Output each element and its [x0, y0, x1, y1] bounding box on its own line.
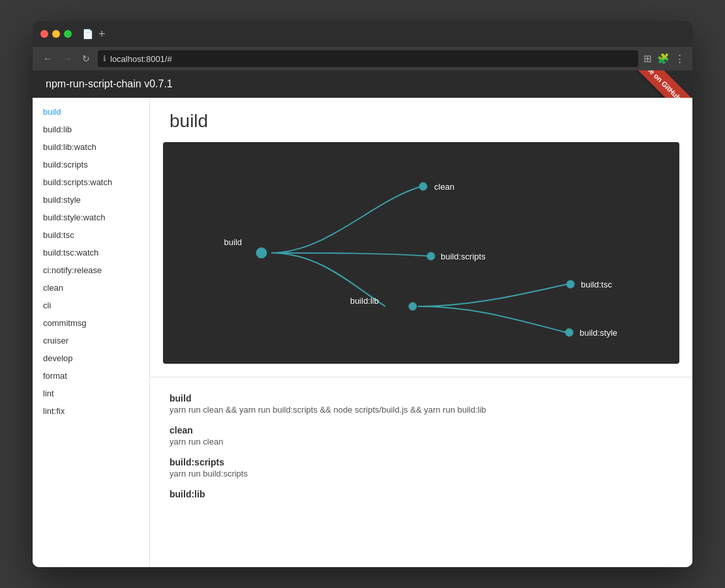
svg-point-8	[567, 280, 574, 288]
forward-button[interactable]: →	[60, 52, 74, 65]
dependency-graph: build clean build:scripts build:lib buil…	[163, 142, 679, 364]
detail-item-build: buildyarn run clean && yarn run build:sc…	[170, 393, 673, 415]
sidebar-item-format[interactable]: format	[33, 367, 149, 385]
translate-icon[interactable]: ⊞	[644, 53, 652, 65]
sidebar-item-build-scripts-watch[interactable]: build:scripts:watch	[33, 173, 149, 191]
sidebar-item-build-lib-watch[interactable]: build:lib:watch	[33, 138, 149, 156]
lock-icon: ℹ	[103, 54, 106, 63]
page-title-area: build	[150, 98, 692, 142]
detail-item-build-scripts: build:scriptsyarn run build:scripts	[170, 457, 673, 478]
main-layout: buildbuild:libbuild:lib:watchbuild:scrip…	[33, 98, 692, 567]
sidebar-item-build-lib[interactable]: build:lib	[33, 121, 149, 138]
detail-item-clean: cleanyarn run clean	[170, 425, 673, 447]
url-display: localhost:8001/#	[110, 54, 172, 64]
sidebar-item-lint-fix[interactable]: lint:fix	[33, 402, 149, 420]
address-input-container[interactable]: ℹ localhost:8001/#	[98, 50, 638, 67]
sidebar-item-cruiser[interactable]: cruiser	[33, 332, 149, 349]
sidebar-item-commitmsg[interactable]: commitmsg	[33, 314, 149, 332]
svg-text:build:scripts: build:scripts	[441, 252, 486, 261]
tab-area: 📄 +	[82, 27, 106, 41]
svg-text:build:tsc: build:tsc	[581, 280, 612, 289]
sidebar-item-build-scripts[interactable]: build:scripts	[33, 156, 149, 173]
maximize-button[interactable]	[64, 30, 72, 38]
detail-item-build-lib: build:lib	[170, 489, 673, 499]
detail-name: build:lib	[170, 489, 673, 499]
detail-name: build	[170, 393, 673, 404]
browser-window: 📄 + ← → ↻ ℹ localhost:8001/# ⊞ 🧩 ⋮ npm-r…	[33, 21, 692, 567]
svg-text:build: build	[224, 237, 242, 247]
sidebar: buildbuild:libbuild:lib:watchbuild:scrip…	[33, 98, 150, 567]
svg-point-0	[256, 248, 267, 258]
sidebar-item-build-style-watch[interactable]: build:style:watch	[33, 209, 149, 226]
graph-container[interactable]: build clean build:scripts build:lib buil…	[163, 142, 679, 364]
svg-point-10	[565, 329, 573, 336]
svg-text:build:style: build:style	[580, 328, 617, 338]
sidebar-item-build-tsc-watch[interactable]: build:tsc:watch	[33, 244, 149, 261]
detail-command: yarn run clean && yarn run build:scripts…	[170, 405, 673, 415]
fork-ribbon[interactable]: Fork me on GitHub	[609, 70, 692, 98]
details-area: buildyarn run clean && yarn run build:sc…	[150, 377, 692, 525]
toolbar-icons: ⊞ 🧩 ⋮	[644, 53, 685, 65]
address-bar: ← → ↻ ℹ localhost:8001/# ⊞ 🧩 ⋮	[33, 47, 692, 70]
app-header: npm-run-script-chain v0.7.1 Fork me on G…	[33, 70, 692, 98]
close-button[interactable]	[40, 30, 48, 38]
minimize-button[interactable]	[52, 30, 60, 38]
sidebar-item-ci-notify-release[interactable]: ci:notify:release	[33, 261, 149, 279]
extensions-icon[interactable]: 🧩	[657, 53, 670, 65]
reload-button[interactable]: ↻	[80, 52, 93, 65]
app-container: npm-run-script-chain v0.7.1 Fork me on G…	[33, 70, 692, 567]
sidebar-item-build-tsc[interactable]: build:tsc	[33, 226, 149, 244]
sidebar-item-lint[interactable]: lint	[33, 385, 149, 402]
menu-icon[interactable]: ⋮	[675, 53, 685, 65]
page-title: build	[170, 111, 673, 132]
content-area: build	[150, 98, 692, 567]
sidebar-item-develop[interactable]: develop	[33, 349, 149, 367]
svg-point-6	[409, 302, 417, 310]
detail-command: yarn run clean	[170, 437, 673, 447]
traffic-lights	[40, 30, 72, 38]
svg-point-2	[419, 183, 427, 190]
svg-point-4	[427, 252, 435, 260]
back-button[interactable]: ←	[40, 52, 55, 65]
new-tab-button[interactable]: +	[98, 27, 106, 41]
sidebar-item-clean[interactable]: clean	[33, 279, 149, 297]
title-bar: 📄 +	[33, 21, 692, 47]
detail-name: clean	[170, 425, 673, 435]
sidebar-item-build-style[interactable]: build:style	[33, 191, 149, 209]
sidebar-item-build[interactable]: build	[33, 103, 149, 121]
app-title: npm-run-script-chain v0.7.1	[46, 78, 173, 89]
tab-doc-icon: 📄	[82, 29, 93, 39]
sidebar-item-cli[interactable]: cli	[33, 297, 149, 314]
detail-name: build:scripts	[170, 457, 673, 467]
svg-text:build:lib: build:lib	[350, 296, 379, 306]
svg-text:clean: clean	[434, 182, 454, 192]
detail-command: yarn run build:scripts	[170, 469, 673, 478]
